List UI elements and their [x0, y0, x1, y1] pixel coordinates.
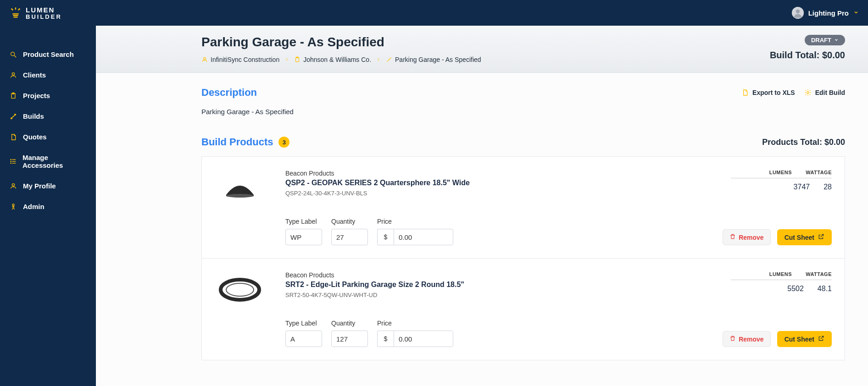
chevron-right-icon — [284, 57, 289, 62]
tools-icon — [9, 113, 17, 120]
sidebar-item-label: Builds — [23, 112, 44, 120]
content: Description Export to XLS Edit Build Par… — [96, 73, 868, 386]
file-export-icon — [741, 89, 749, 96]
user-icon — [201, 56, 208, 63]
topbar: LUMEN BUILDER Lighting Pro — [0, 0, 868, 26]
sidebar-item-accessories[interactable]: Manage Accessories — [0, 147, 96, 176]
description-text: Parking Garage - As Specified — [201, 108, 845, 116]
svg-point-26 — [226, 283, 254, 296]
sidebar-item-label: Product Search — [23, 50, 74, 58]
svg-point-19 — [12, 204, 14, 206]
products-total: Products Total: $0.00 — [762, 138, 845, 147]
svg-point-20 — [204, 57, 206, 60]
product-thumbnail — [215, 271, 265, 308]
external-link-icon — [818, 233, 824, 241]
sidebar-item-label: Admin — [23, 203, 45, 210]
product-thumbnail — [215, 170, 265, 206]
main: Parking Garage - As Specified InfinitiSy… — [96, 26, 868, 386]
sidebar-item-label: Projects — [23, 92, 50, 99]
type-label: Type Label — [285, 320, 322, 327]
external-link-icon — [818, 335, 824, 343]
tools-icon — [386, 56, 392, 63]
brand-logo[interactable]: LUMEN BUILDER — [9, 6, 62, 20]
edit-build-button[interactable]: Edit Build — [804, 89, 845, 96]
sidebar-item-quotes[interactable]: Quotes — [0, 127, 96, 147]
svg-point-24 — [226, 194, 254, 198]
list-icon — [9, 158, 17, 165]
chevron-down-icon — [853, 9, 859, 17]
clipboard-icon — [294, 56, 300, 63]
user-menu[interactable]: Lighting Pro — [792, 7, 859, 19]
type-input[interactable] — [285, 229, 322, 245]
sidebar-item-admin[interactable]: Admin — [0, 196, 96, 217]
qty-input[interactable] — [331, 331, 368, 347]
chevron-down-icon — [834, 37, 839, 44]
sidebar-item-label: My Profile — [23, 182, 56, 190]
product-specs: LUMENS WATTAGE 5502 48.1 — [731, 271, 832, 293]
remove-button[interactable]: Remove — [723, 229, 770, 245]
sidebar: Product Search Clients Projects Builds Q… — [0, 26, 96, 386]
breadcrumbs: InfinitiSync Construction Johnson & Will… — [201, 56, 481, 63]
svg-point-17 — [11, 163, 11, 163]
status-dropdown[interactable]: DRAFT — [805, 35, 845, 45]
lightbulb-icon — [9, 6, 22, 19]
cut-sheet-button[interactable]: Cut Sheet — [777, 229, 832, 245]
brand-text: LUMEN BUILDER — [26, 6, 62, 20]
type-input[interactable] — [285, 331, 322, 347]
breadcrumb-client[interactable]: InfinitiSync Construction — [211, 56, 279, 63]
product-name: QSP2 - GEOPAK SERIES 2 Quartersphere 18.… — [285, 179, 720, 187]
sidebar-item-builds[interactable]: Builds — [0, 106, 96, 127]
search-icon — [9, 51, 17, 58]
page-title: Parking Garage - As Specified — [201, 35, 481, 50]
status-label: DRAFT — [811, 37, 831, 44]
svg-point-15 — [11, 159, 11, 160]
sidebar-item-profile[interactable]: My Profile — [0, 176, 96, 196]
wattage-value: 28 — [823, 178, 832, 191]
sidebar-item-label: Clients — [23, 71, 46, 79]
sidebar-item-clients[interactable]: Clients — [0, 65, 96, 85]
product-sku: QSP2-24L-30-4K7-3-UNV-BLS — [285, 190, 720, 197]
clipboard-icon — [9, 92, 17, 99]
svg-point-5 — [11, 52, 15, 55]
person-icon — [9, 203, 17, 210]
qty-label: Quantity — [331, 320, 368, 327]
svg-point-4 — [796, 9, 800, 13]
avatar — [792, 7, 804, 19]
user-icon — [9, 182, 17, 190]
currency-prefix: $ — [377, 229, 394, 245]
user-name: Lighting Pro — [808, 9, 849, 17]
product-specs: LUMENS WATTAGE 3747 28 — [731, 170, 832, 191]
gear-icon — [804, 89, 812, 96]
price-label: Price — [377, 320, 453, 327]
cut-sheet-button[interactable]: Cut Sheet — [777, 331, 832, 347]
build-total: Build Total: $0.00 — [770, 50, 845, 61]
remove-button[interactable]: Remove — [723, 331, 770, 347]
product-sku: SRT2-50-4K7-5QW-UNV-WHT-UD — [285, 292, 720, 298]
wattage-value: 48.1 — [818, 280, 832, 293]
breadcrumb-project[interactable]: Johnson & Williams Co. — [303, 56, 371, 63]
export-xls-button[interactable]: Export to XLS — [741, 89, 795, 96]
chevron-right-icon — [376, 57, 381, 62]
breadcrumb-current: Parking Garage - As Specified — [395, 56, 481, 63]
qty-label: Quantity — [331, 218, 368, 225]
lumens-value: 5502 — [787, 280, 804, 293]
product-brand: Beacon Products — [285, 170, 720, 177]
product-card: Beacon Products SRT2 - Edge-Lit Parking … — [201, 259, 845, 360]
description-heading: Description — [201, 87, 257, 99]
qty-input[interactable] — [331, 229, 368, 245]
sidebar-item-label: Quotes — [23, 133, 47, 141]
product-count-badge: 3 — [278, 137, 289, 148]
price-input[interactable] — [394, 229, 453, 245]
build-products-heading: Build Products — [201, 136, 273, 148]
price-label: Price — [377, 218, 453, 225]
price-input[interactable] — [394, 331, 453, 347]
lumens-value: 3747 — [794, 178, 810, 191]
svg-point-23 — [807, 92, 809, 94]
sidebar-item-projects[interactable]: Projects — [0, 85, 96, 106]
svg-point-7 — [12, 72, 14, 75]
product-name: SRT2 - Edge-Lit Parking Garage Size 2 Ro… — [285, 281, 720, 289]
sidebar-item-product-search[interactable]: Product Search — [0, 44, 96, 65]
currency-prefix: $ — [377, 331, 394, 347]
page-header: Parking Garage - As Specified InfinitiSy… — [96, 26, 868, 73]
trash-icon — [729, 335, 736, 343]
